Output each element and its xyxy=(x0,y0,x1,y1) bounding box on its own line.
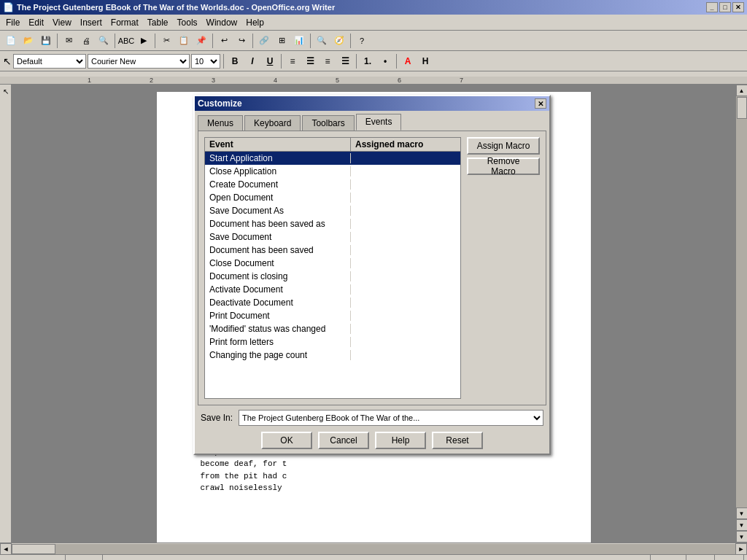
event-name: Document has been saved as xyxy=(205,219,351,229)
tab-keyboard[interactable]: Keyboard xyxy=(244,115,301,131)
tab-events[interactable]: Events xyxy=(356,114,402,131)
event-name: Deactivate Document xyxy=(205,298,351,308)
dialog-footer: Save In: The Project Gutenberg EBook of … xyxy=(195,405,549,454)
event-list-item[interactable]: Print form letters xyxy=(205,335,460,349)
event-name: Changing the page count xyxy=(205,350,351,360)
event-name: Save Document As xyxy=(205,206,351,216)
save-in-dropdown[interactable]: The Project Gutenberg EBook of The War o… xyxy=(239,410,543,426)
dialog-overlay: Customize ✕ Menus Keyboard Toolbars Even… xyxy=(0,0,747,560)
help-dialog-button[interactable]: Help xyxy=(375,432,426,449)
remove-macro-button[interactable]: Remove Macro xyxy=(467,158,540,175)
customize-dialog: Customize ✕ Menus Keyboard Toolbars Even… xyxy=(193,95,551,455)
event-name: Save Document xyxy=(205,232,351,242)
dialog-title-bar: Customize ✕ xyxy=(195,96,549,111)
dialog-body: Event Assigned macro Start Application C… xyxy=(204,137,540,399)
cancel-button[interactable]: Cancel xyxy=(318,432,369,449)
event-list-header: Event Assigned macro xyxy=(204,137,461,151)
event-list-item[interactable]: 'Modified' status was changed xyxy=(205,322,460,335)
event-list-item[interactable]: Create Document xyxy=(205,178,460,191)
event-name: Open Document xyxy=(205,192,351,203)
dialog-content: Event Assigned macro Start Application C… xyxy=(198,131,546,405)
event-name: Close Application xyxy=(205,166,351,176)
event-list-item[interactable]: Changing the page count xyxy=(205,349,460,362)
event-list-item[interactable]: Print Document xyxy=(205,309,460,322)
save-in-row: Save In: The Project Gutenberg EBook of … xyxy=(201,410,543,426)
event-list-item[interactable]: Open Document xyxy=(205,191,460,204)
dialog-close-button[interactable]: ✕ xyxy=(535,98,546,109)
dialog-title-text: Customize xyxy=(198,98,242,109)
event-list-item[interactable]: Deactivate Document xyxy=(205,296,460,309)
event-name: Print Document xyxy=(205,311,351,321)
event-name: Create Document xyxy=(205,179,351,190)
event-list-item[interactable]: Close Application xyxy=(205,165,460,178)
event-name: Activate Document xyxy=(205,284,351,295)
dialog-tabs: Menus Keyboard Toolbars Events xyxy=(195,111,549,131)
event-name: Print form letters xyxy=(205,337,351,347)
event-list-item[interactable]: Document has been saved as xyxy=(205,217,460,230)
event-list-item[interactable]: Start Application xyxy=(205,152,460,165)
event-list-item[interactable]: Activate Document xyxy=(205,283,460,296)
event-list-item[interactable]: Save Document xyxy=(205,230,460,244)
save-in-label: Save In: xyxy=(201,413,233,423)
event-col-header: Event xyxy=(205,138,351,151)
event-name: Start Application xyxy=(205,153,351,163)
dialog-action-buttons: OK Cancel Help Reset xyxy=(201,432,543,449)
macro-col-header: Assigned macro xyxy=(351,138,460,151)
ok-button[interactable]: OK xyxy=(261,432,312,449)
event-list-item[interactable]: Document has been saved xyxy=(205,244,460,257)
event-list-item[interactable]: Close Document xyxy=(205,257,460,270)
event-list[interactable]: Start Application Close Application Crea… xyxy=(204,151,461,399)
event-list-item[interactable]: Save Document As xyxy=(205,204,460,217)
event-name: Close Document xyxy=(205,258,351,268)
event-list-item[interactable]: Document is closing xyxy=(205,270,460,283)
event-name: Document is closing xyxy=(205,271,351,281)
dialog-buttons-right: Assign Macro Remove Macro xyxy=(467,137,540,399)
assign-macro-button[interactable]: Assign Macro xyxy=(467,137,540,155)
event-name: 'Modified' status was changed xyxy=(205,324,351,334)
reset-button[interactable]: Reset xyxy=(432,432,483,449)
event-list-container: Event Assigned macro Start Application C… xyxy=(204,137,461,399)
tab-menus[interactable]: Menus xyxy=(198,115,243,131)
event-name: Document has been saved xyxy=(205,245,351,255)
tab-toolbars[interactable]: Toolbars xyxy=(302,115,354,131)
